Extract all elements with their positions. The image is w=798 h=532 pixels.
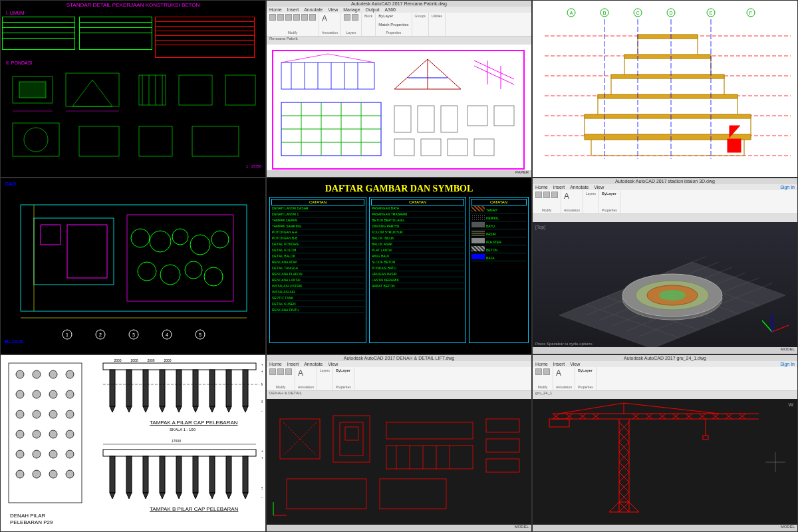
tab-annotate[interactable]: Annotate bbox=[570, 185, 589, 190]
svg-point-121 bbox=[16, 390, 24, 398]
tab-view[interactable]: View bbox=[328, 362, 338, 366]
tool-icon[interactable] bbox=[301, 14, 308, 21]
list-item: KOLOM STRUKTUR bbox=[371, 229, 464, 235]
ribbon-tabs[interactable]: HomeInsertAnnotateView bbox=[267, 361, 531, 367]
svg-text:SEABED +0.17 M LWS: SEABED +0.17 M LWS bbox=[261, 486, 263, 490]
svg-rect-143 bbox=[110, 370, 115, 406]
tool-icon[interactable] bbox=[535, 192, 542, 198]
pier-drawings: DENAH PILAR PELEBARAN P29 TAMPAK A PILAR… bbox=[3, 358, 263, 529]
space-indicator[interactable]: PAPER bbox=[515, 170, 529, 177]
drawing-title: STANDAR DETAIL PEKERJAAN KONSTRUKSI BETO… bbox=[1, 1, 265, 9]
tab-annotate[interactable]: Annotate bbox=[304, 362, 323, 366]
svg-point-119 bbox=[49, 370, 57, 378]
svg-rect-1 bbox=[19, 82, 46, 98]
svg-rect-72 bbox=[728, 139, 741, 152]
tool-icon[interactable] bbox=[309, 14, 316, 21]
legend-row: BAJA bbox=[471, 253, 527, 261]
svg-text:5: 5 bbox=[199, 332, 201, 337]
ribbon-tabs[interactable]: HomeInsertAnnotateView Sign In bbox=[533, 184, 797, 190]
tab-home[interactable]: Home bbox=[535, 362, 548, 366]
svg-point-136 bbox=[66, 450, 74, 458]
svg-point-128 bbox=[66, 410, 74, 418]
svg-rect-12 bbox=[79, 126, 119, 156]
svg-text:2000: 2000 bbox=[147, 358, 154, 362]
tab-a360[interactable]: A360 bbox=[385, 7, 396, 12]
list-item: BALOK ANAK bbox=[371, 241, 464, 247]
autocad-window-stadium: Autodesk AutoCAD 2017 stadion istalon 3D… bbox=[532, 178, 798, 354]
tool-icon[interactable] bbox=[277, 368, 284, 375]
logo-top: CAD bbox=[5, 181, 16, 187]
sign-in-link[interactable]: Sign In bbox=[780, 185, 795, 190]
tool-icon[interactable] bbox=[543, 368, 550, 375]
file-tab[interactable]: Rencana Pabrik bbox=[269, 37, 298, 45]
tool-icon[interactable] bbox=[285, 368, 292, 375]
ribbon-tabs[interactable]: Home Insert Annotate View Manage Output … bbox=[267, 7, 531, 13]
tool-icon[interactable] bbox=[551, 192, 558, 198]
tab-manage[interactable]: Manage bbox=[343, 7, 360, 12]
svg-line-114 bbox=[762, 321, 772, 332]
viewport-label[interactable]: [Top] bbox=[535, 225, 545, 229]
tab-insert[interactable]: Insert bbox=[287, 362, 299, 366]
tool-icon[interactable] bbox=[277, 14, 284, 21]
list-item: TAMPAK DEPAN bbox=[271, 217, 364, 223]
legend-row: PASIR bbox=[471, 229, 527, 237]
scale-label: 1 : 25/50 bbox=[246, 164, 261, 168]
svg-text:+5.00 M LWS: +5.00 M LWS bbox=[261, 362, 263, 366]
tab-view[interactable]: View bbox=[328, 7, 338, 12]
tab-insert[interactable]: Insert bbox=[287, 7, 299, 12]
drawing-canvas[interactable]: W bbox=[533, 399, 797, 525]
tab-insert[interactable]: Insert bbox=[553, 362, 565, 366]
tool-icon[interactable] bbox=[535, 368, 542, 375]
tab-annotate[interactable]: Annotate bbox=[304, 7, 323, 12]
space-indicator[interactable]: MODEL bbox=[781, 347, 795, 354]
tool-icon[interactable] bbox=[543, 192, 550, 198]
layer-icon[interactable] bbox=[352, 14, 358, 21]
space-indicator[interactable]: MODEL bbox=[515, 525, 529, 531]
list-item: POTONGAN B-B bbox=[271, 235, 364, 241]
file-tabs[interactable]: Rencana Pabrik bbox=[267, 37, 531, 45]
svg-point-83 bbox=[185, 261, 202, 279]
drawing-canvas[interactable] bbox=[267, 399, 531, 525]
status-bar: MODEL bbox=[267, 525, 531, 531]
svg-rect-62 bbox=[638, 35, 698, 39]
list-item: PASANGAN TRASRAM bbox=[371, 211, 464, 217]
tab-view[interactable]: View bbox=[570, 362, 580, 366]
tab-home[interactable]: Home bbox=[535, 185, 548, 190]
lift-details bbox=[267, 399, 531, 525]
legend-row: BETON bbox=[471, 245, 527, 253]
tab-output[interactable]: Output bbox=[366, 7, 380, 12]
tab-view[interactable]: View bbox=[594, 185, 604, 190]
svg-rect-196 bbox=[380, 479, 446, 509]
sign-in-link[interactable]: Sign In bbox=[780, 362, 795, 366]
space-indicator[interactable]: MODEL bbox=[781, 525, 795, 531]
tab-insert[interactable]: Insert bbox=[553, 185, 565, 190]
file-tab[interactable]: DENAH & DETAIL bbox=[269, 391, 302, 399]
sheet-title: DAFTAR GAMBAR DAN SYMBOL bbox=[269, 181, 529, 197]
drawing-canvas[interactable] bbox=[267, 45, 531, 170]
list-item: RENCANA LANTAI bbox=[271, 277, 364, 283]
list-item: BALOK INDUK bbox=[371, 235, 464, 241]
svg-point-134 bbox=[33, 450, 41, 458]
logo-bottom: BLOCK bbox=[5, 338, 23, 344]
drawing-canvas-3d[interactable]: [Top] Press Spacebar to cycle options bbox=[533, 222, 797, 347]
layer-icon[interactable] bbox=[344, 14, 350, 21]
file-tabs[interactable] bbox=[533, 214, 797, 222]
list-item: DETAIL BALOK bbox=[271, 253, 364, 259]
file-tabs[interactable]: DENAH & DETAIL bbox=[267, 391, 531, 399]
legend-row: TANAH bbox=[471, 205, 527, 213]
file-tab[interactable]: gru_24_1 bbox=[535, 391, 552, 399]
tab-home[interactable]: Home bbox=[269, 362, 282, 366]
svg-rect-8 bbox=[179, 75, 212, 105]
autocad-window-crane: Autodesk AutoCAD 2017 gru_24_1.dwg HomeI… bbox=[532, 354, 798, 532]
tool-icon[interactable] bbox=[285, 14, 292, 21]
tool-icon[interactable] bbox=[269, 14, 276, 21]
tool-icon[interactable] bbox=[269, 368, 276, 375]
svg-rect-182 bbox=[333, 416, 370, 462]
svg-rect-151 bbox=[243, 370, 248, 406]
ribbon-tabs[interactable]: HomeInsertView Sign In bbox=[533, 361, 797, 367]
tool-icon[interactable] bbox=[293, 14, 300, 21]
svg-text:-58.50 M LWS: -58.50 M LWS bbox=[261, 495, 263, 499]
file-tabs[interactable]: gru_24_1 bbox=[533, 391, 797, 399]
tab-home[interactable]: Home bbox=[269, 7, 282, 12]
svg-rect-67 bbox=[585, 134, 751, 140]
